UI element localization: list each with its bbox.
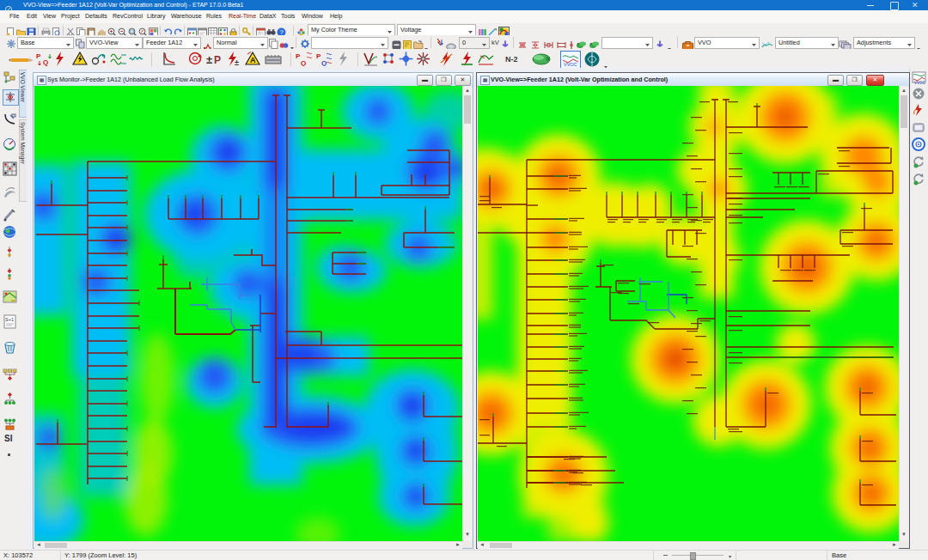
svg-text:VVOC: VVOC xyxy=(564,62,577,67)
svg-text:S+1: S+1 xyxy=(5,317,14,322)
svg-text:Q: Q xyxy=(321,59,327,66)
svg-text:±: ± xyxy=(206,53,212,65)
svg-text:Q: Q xyxy=(43,58,48,66)
svg-text:±: ± xyxy=(235,58,239,66)
svg-text:A: A xyxy=(250,56,256,64)
svg-text:P: P xyxy=(36,52,41,60)
svg-text:VVOC: VVOC xyxy=(914,81,926,85)
svg-text:P: P xyxy=(214,54,221,65)
svg-text:Q: Q xyxy=(301,59,306,66)
